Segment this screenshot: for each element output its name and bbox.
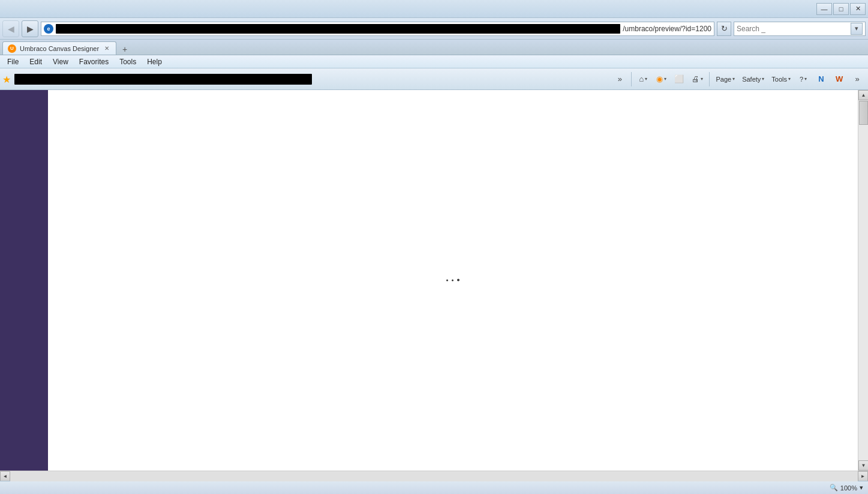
tab-label: Umbraco Canvas Designer [20,45,99,52]
menu-view[interactable]: View [48,56,73,67]
print-screen-icon: ⬜ [674,74,684,83]
page-with-scrollbar: ▲ ▼ [48,90,868,471]
window-controls: — □ ✕ [816,3,866,15]
tab-umbraco-canvas-designer[interactable]: U Umbraco Canvas Designer ✕ [2,41,116,55]
toolbar-separator-2 [709,72,710,86]
favorites-star-icon: ★ [2,74,13,85]
safety-button-label: Safety [742,76,761,83]
zoom-dropdown-arrow[interactable]: ▾ [860,484,863,492]
back-button[interactable]: ◀ [2,20,19,37]
bottom-area: ◄ ► 🔍 100% ▾ [0,471,868,494]
help-button[interactable]: ? ▾ [795,70,812,88]
scroll-track[interactable] [858,100,868,460]
right-double-caret[interactable]: » [849,70,866,88]
print-icon: 🖨 [692,74,699,83]
loading-indicator [446,279,459,282]
address-field-wrapper: e /umbraco/preview/?id=1200 [41,22,714,36]
menu-tools[interactable]: Tools [115,56,141,67]
tools-button-label: Tools [771,76,787,83]
tools-dropdown-arrow: ▾ [788,76,791,82]
menu-favorites[interactable]: Favorites [74,56,113,67]
search-input[interactable] [737,25,851,33]
extra-icon2: W [836,74,843,83]
double-caret-left-icon: » [618,74,622,83]
double-caret-left[interactable]: » [611,70,628,88]
scroll-right-button[interactable]: ► [858,471,868,481]
extra-icon1-button[interactable]: N [813,70,830,88]
menu-file[interactable]: File [2,56,23,67]
address-bar-row: ◀ ▶ e /umbraco/preview/?id=1200 ↻ ▾ [0,18,868,40]
address-redacted-bar [56,24,620,34]
extra-icon1: N [818,74,824,83]
help-dropdown-arrow: ▾ [804,76,807,82]
rss-icon: ◉ [656,74,663,83]
home-icon: ⌂ [639,74,644,83]
rss-dropdown-arrow: ▾ [664,76,666,82]
zoom-icon: 🔍 [830,484,838,492]
hscroll-track[interactable] [10,471,858,481]
horizontal-scrollbar: ◄ ► [0,471,868,481]
content-row: ▲ ▼ [0,90,868,471]
toolbar-separator-1 [631,72,632,86]
loading-dot-2 [452,279,453,281]
toolbar-row: ★ » ⌂ ▾ ◉ ▾ ⬜ 🖨 ▾ Page ▾ Safety ▾ [0,68,868,90]
safety-button[interactable]: Safety ▾ [739,70,767,88]
search-button[interactable]: ▾ [851,23,863,35]
menu-help[interactable]: Help [142,56,167,67]
home-button[interactable]: ⌂ ▾ [635,70,651,88]
print-dropdown-arrow: ▾ [701,76,703,82]
new-tab-button[interactable]: + [119,44,131,55]
loading-dot-1 [446,279,448,281]
tools-button[interactable]: Tools ▾ [768,70,794,88]
page-dropdown-arrow: ▾ [732,76,735,82]
scroll-left-button[interactable]: ◄ [0,471,10,481]
status-bar: 🔍 100% ▾ [0,481,868,494]
scroll-up-button[interactable]: ▲ [858,90,868,100]
print-button[interactable]: 🖨 ▾ [689,70,706,88]
maximize-button[interactable]: □ [833,3,849,15]
toolbar-redacted-bar [14,74,312,85]
tab-bar: U Umbraco Canvas Designer ✕ + [0,40,868,55]
print-screen-button[interactable]: ⬜ [671,70,687,88]
url-suffix: /umbraco/preview/?id=1200 [623,25,711,33]
zoom-label: 100% [840,484,857,492]
scroll-down-button[interactable]: ▼ [858,460,868,471]
ie-icon: e [44,24,53,34]
search-box-wrapper: ▾ [734,22,866,36]
tab-favicon: U [8,44,16,53]
right-double-caret-icon: » [855,74,859,83]
help-button-label: ? [800,76,803,83]
page-button-label: Page [716,76,731,83]
loading-dot-3 [457,279,459,282]
close-window-button[interactable]: ✕ [850,3,866,15]
forward-button[interactable]: ▶ [22,20,38,37]
rss-button[interactable]: ◉ ▾ [653,70,669,88]
zoom-indicator: 🔍 100% ▾ [830,484,863,492]
vertical-scrollbar: ▲ ▼ [858,90,868,471]
page-button[interactable]: Page ▾ [713,70,738,88]
menu-edit[interactable]: Edit [25,56,47,67]
safety-dropdown-arrow: ▾ [762,76,764,82]
tab-close-button[interactable]: ✕ [103,44,111,53]
menu-bar: File Edit View Favorites Tools Help [0,55,868,68]
home-dropdown-arrow: ▾ [645,76,647,82]
sidebar [0,90,48,471]
title-bar: — □ ✕ [0,0,868,18]
scroll-thumb[interactable] [859,101,868,125]
refresh-button[interactable]: ↻ [717,22,731,36]
extra-icon2-button[interactable]: W [831,70,848,88]
page-area [48,90,858,471]
minimize-button[interactable]: — [816,3,832,15]
